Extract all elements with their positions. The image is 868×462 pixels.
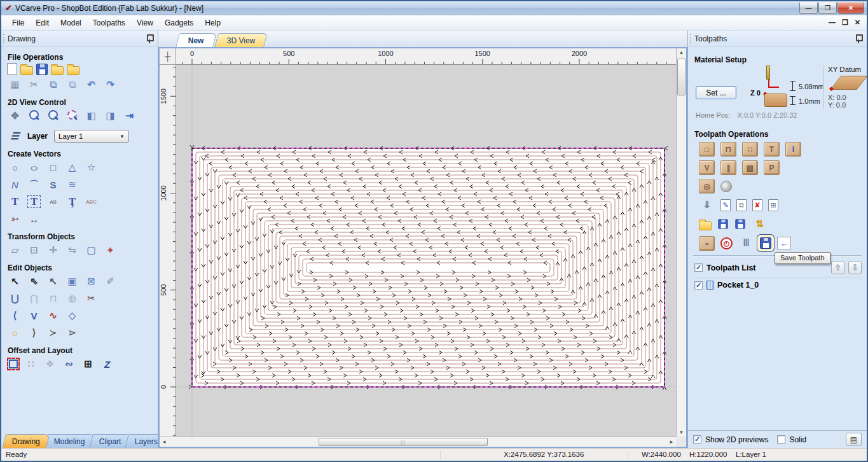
open-file-icon[interactable] (20, 66, 33, 75)
restore-button[interactable]: ❐ (818, 3, 837, 14)
zigzag-layout-icon[interactable]: Z (99, 356, 115, 372)
move-toolpath-down-button[interactable]: ⇩ (848, 261, 862, 274)
array-copy-icon[interactable]: ∷ (23, 356, 39, 372)
draw-text-box-icon[interactable]: T (26, 194, 42, 209)
scroll-right-icon[interactable]: ► (669, 437, 674, 447)
menu-file[interactable]: File (6, 16, 30, 30)
text-on-curve-icon[interactable]: Ţ (64, 194, 80, 209)
3d-roughing-toolpath-icon[interactable]: ◎ (699, 179, 715, 193)
merge-visible-toolpaths-icon[interactable]: ⇅ (752, 216, 768, 232)
inlay-toolpath-icon[interactable]: I (785, 142, 801, 157)
tab-drawing[interactable]: Drawing (2, 434, 50, 448)
menu-help[interactable]: Help (199, 16, 226, 30)
texture-toolpath-icon[interactable]: ▨ (742, 160, 758, 175)
draw-polygon-icon[interactable]: △ (64, 160, 80, 175)
solid-checkbox[interactable] (777, 435, 785, 444)
nesting-icon[interactable]: ⊞ (80, 356, 96, 372)
preview-toolpaths-icon[interactable]: ◒ (699, 236, 715, 251)
export-vectors-icon[interactable] (67, 66, 79, 75)
subtract-vectors-icon[interactable]: ⋂ (26, 291, 42, 306)
close-button[interactable]: ✕ (837, 3, 864, 14)
pan-view-icon[interactable]: ✥ (7, 108, 23, 123)
zoom-box-icon[interactable] (45, 108, 61, 123)
set-position-icon[interactable]: ✛ (45, 242, 61, 258)
vcarve-toolpath-icon[interactable]: V (699, 160, 715, 175)
save-file-icon[interactable] (36, 64, 48, 75)
join-vectors-icon[interactable]: ⟩ (26, 325, 42, 340)
pin-icon[interactable] (145, 34, 153, 43)
draw-rectangle-icon[interactable]: □ (45, 160, 61, 175)
scroll-left-icon[interactable]: ◄ (162, 437, 167, 447)
cut-icon[interactable]: ✂ (26, 77, 42, 92)
circular-copy-icon[interactable]: ❖ (42, 356, 58, 372)
document-tab-new[interactable]: New (176, 33, 216, 47)
insert-clipart-icon[interactable]: ➳ (7, 211, 23, 227)
import-vectors-icon[interactable] (51, 66, 64, 75)
2d-view-canvas[interactable] (176, 65, 676, 437)
zoom-icon[interactable] (26, 108, 42, 123)
material-set-button[interactable]: Set ... (696, 86, 736, 99)
group-icon[interactable]: ▣ (64, 274, 80, 289)
close-vector-icon[interactable]: ◇ (64, 308, 80, 323)
mdi-close-button[interactable]: ✕ (855, 18, 860, 27)
horizontal-scrollbar[interactable]: ◄ ||| ► (160, 437, 676, 447)
toolpath-drawing-icon[interactable]: Ⅲ (738, 235, 754, 251)
dimension-icon[interactable]: ↔ (26, 211, 42, 227)
interactive-move-icon[interactable]: ↖ (45, 274, 61, 289)
mirror-icon[interactable]: ⇋ (64, 242, 80, 258)
extend-vector-icon[interactable]: ⋗ (64, 325, 80, 340)
measure-icon[interactable]: ✐ (102, 274, 118, 289)
menu-model[interactable]: Model (55, 16, 87, 30)
move-selection-icon[interactable]: ▱ (7, 242, 23, 258)
estimate-machining-time-icon[interactable]: ◴ (720, 237, 733, 249)
vertical-scroll-thumb[interactable] (677, 59, 685, 95)
scroll-down-icon[interactable]: ▼ (677, 430, 686, 435)
prism-carve-toolpath-icon[interactable]: P (764, 160, 780, 175)
ungroup-icon[interactable]: ⊠ (83, 274, 99, 289)
menu-gadgets[interactable]: Gadgets (159, 16, 199, 30)
zoom-selected-icon[interactable] (64, 108, 80, 123)
menu-view[interactable]: View (131, 16, 159, 30)
dock-view-icon[interactable]: ⇥ (121, 108, 137, 123)
node-edit-icon[interactable]: ⇖ (26, 274, 42, 289)
merge-toolpaths-folder-icon[interactable] (699, 221, 712, 230)
draw-star-icon[interactable]: ☆ (83, 160, 99, 175)
toolpath-list-item[interactable]: Pocket 1_0 (694, 281, 862, 290)
menu-edit[interactable]: Edit (30, 16, 55, 30)
show-2d-previews-checkbox[interactable] (693, 435, 701, 444)
delete-toolpath-icon[interactable]: ✘ (752, 199, 762, 211)
profile-toolpath-icon[interactable]: □ (699, 142, 715, 157)
tab-modeling[interactable]: Modeling (44, 434, 95, 448)
weld-vectors-icon[interactable]: ⋃ (7, 291, 23, 306)
copy-along-vector-icon[interactable]: ∾ (61, 356, 77, 372)
tab-layers[interactable]: Layers (125, 434, 158, 448)
draw-ellipse-icon[interactable]: ○ (22, 160, 46, 175)
edit-text-spacing-icon[interactable]: AB (45, 194, 61, 209)
horizontal-scroll-thumb[interactable]: ||| (319, 438, 488, 446)
edit-nodes-icon[interactable]: ○ (7, 325, 23, 340)
toolpath-list-checkbox[interactable] (694, 263, 703, 272)
intersect-vectors-icon[interactable]: ⊓ (45, 291, 61, 306)
vertical-scrollbar[interactable]: ▲ ▼ (676, 48, 686, 437)
duplicate-toolpath-icon[interactable]: ⧉ (736, 199, 747, 211)
scroll-up-icon[interactable]: ▲ (677, 50, 686, 55)
layer-select[interactable]: Layer 1▼ (54, 130, 129, 143)
fill-vectors-icon[interactable]: ◍ (64, 291, 80, 306)
mdi-minimize-button[interactable]: — (829, 18, 836, 27)
pin-icon[interactable] (854, 34, 862, 43)
save-toolpath-template-icon[interactable] (718, 219, 727, 228)
fit-curves-icon[interactable]: ∿ (45, 308, 61, 323)
trim-vectors-icon[interactable]: ✂ (83, 291, 99, 306)
draw-text-icon[interactable]: T (7, 194, 23, 209)
new-file-icon[interactable] (7, 63, 17, 75)
job-setup-icon[interactable]: ▦ (7, 77, 23, 92)
mdi-restore-button[interactable]: ❐ (842, 18, 848, 27)
previous-view-icon[interactable]: ◧ (83, 108, 99, 123)
auto-view-icon[interactable]: ◨ (102, 108, 118, 123)
minimize-button[interactable]: — (799, 3, 818, 14)
drilling-toolpath-icon[interactable]: ∷ (742, 142, 758, 157)
redo-icon[interactable]: ↷ (102, 77, 118, 92)
move-toolpath-up-button[interactable]: ⇧ (831, 261, 844, 274)
edit-toolpath-icon[interactable]: ✎ (720, 199, 731, 211)
draw-polyline-icon[interactable]: N (7, 177, 23, 192)
